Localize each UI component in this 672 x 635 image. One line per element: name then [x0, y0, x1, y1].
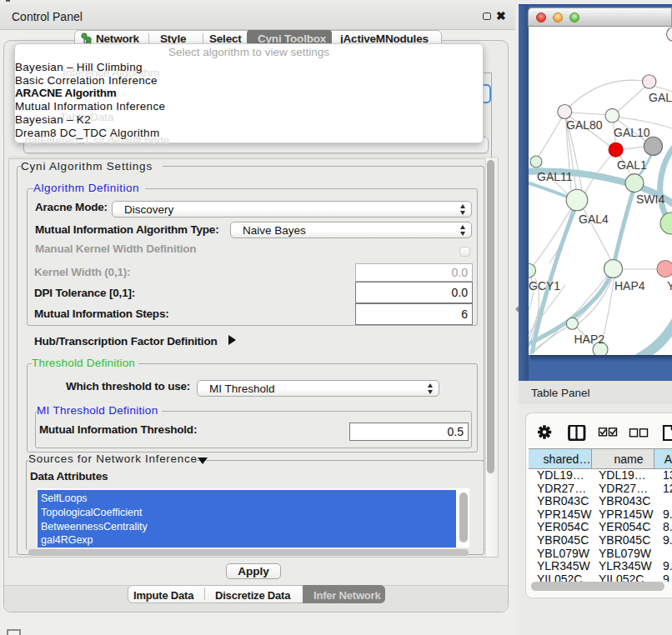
- svg-text:Y: Y: [667, 279, 672, 292]
- svg-text:GCY1: GCY1: [529, 279, 560, 292]
- svg-text:HAP4: HAP4: [614, 279, 645, 292]
- svg-text:HAP2: HAP2: [574, 332, 605, 346]
- svg-text:GAL80: GAL80: [566, 118, 603, 132]
- svg-text:SWI4: SWI4: [636, 192, 664, 206]
- svg-text:GAL2: GAL2: [649, 91, 672, 104]
- svg-text:GAL11: GAL11: [537, 170, 573, 183]
- svg-text:GAL10: GAL10: [614, 126, 650, 139]
- svg-text:GAL4: GAL4: [579, 212, 609, 226]
- svg-text:GAL1: GAL1: [617, 158, 647, 172]
